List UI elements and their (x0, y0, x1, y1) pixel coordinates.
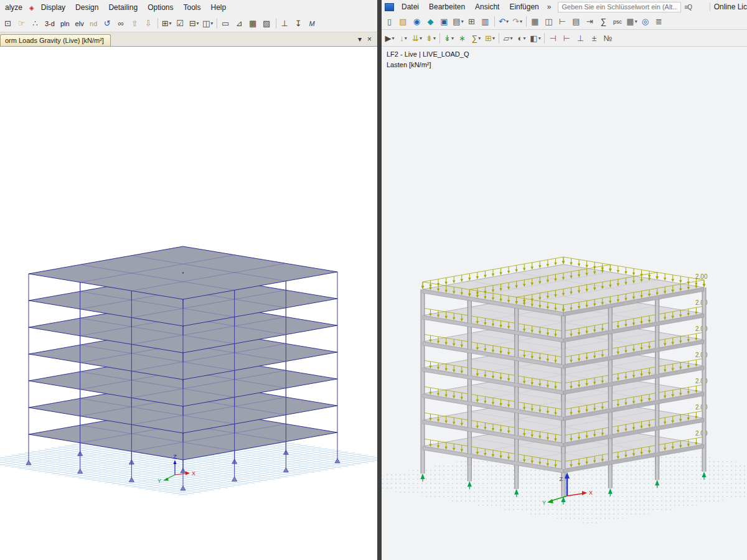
nodal-load-icon[interactable]: ↓▾ (397, 31, 410, 45)
surface-load-icon[interactable]: ⇟▾ (424, 31, 438, 45)
icon-glyph: ◐ (518, 34, 523, 43)
icon-glyph: ∞ (118, 19, 124, 28)
ruler-icon[interactable]: ⊢ (556, 15, 570, 29)
assign-support-icon[interactable]: ⊥ (278, 17, 292, 30)
menu-options[interactable]: Options (143, 1, 178, 14)
draw-rect-icon[interactable]: ▭ (219, 17, 233, 30)
dropdown-caret-icon: ▾ (169, 21, 172, 26)
icon-glyph: ↡ (444, 34, 451, 43)
plus-minus-icon[interactable]: ± (588, 31, 601, 45)
object-display-icon[interactable]: ⊟▾ (187, 17, 201, 30)
dropdown-caret-icon: ▾ (405, 35, 407, 41)
snap-draw-icon[interactable]: ∴ (29, 17, 42, 30)
etabs-model-canvas[interactable]: ZXY (0, 47, 377, 560)
move-down-list-icon[interactable]: ⇩ (142, 17, 156, 30)
save-model-icon[interactable]: ▣ (438, 15, 451, 29)
svg-text:Z: Z (560, 476, 563, 482)
assign-load-icon[interactable]: ↧ (292, 17, 306, 30)
rendered-building-model: 2.002.002.002.002.002.002.00ZXY (382, 47, 747, 560)
menu-analyze[interactable]: alyze (0, 1, 27, 14)
print-graphic-icon[interactable]: ▤▾ (451, 15, 465, 29)
menu-einfuegen[interactable]: Einfügen (504, 0, 543, 14)
annotation-icon[interactable]: ⊥ (574, 31, 588, 45)
view-elevation-button[interactable]: elv (73, 17, 87, 30)
window-divider[interactable] (377, 0, 382, 560)
online-license-label[interactable]: Online Lic (714, 2, 747, 11)
report-icon[interactable]: ▤ (570, 15, 583, 29)
view-plan-button[interactable]: pln (58, 17, 73, 30)
new-load-case-icon[interactable]: ⊞▾ (483, 31, 497, 45)
guide-line-icon[interactable]: ▱▾ (501, 31, 515, 45)
icon-glyph: ⊞ (485, 34, 492, 43)
dimension-left-icon[interactable]: ⊣ (547, 31, 560, 45)
etabs-tabbar: orm Loads Gravity (Live) [kN/m²] ▾ × (0, 32, 377, 47)
tab-close-icon[interactable]: × (367, 35, 372, 44)
menu-tools[interactable]: Tools (179, 1, 206, 14)
menu-bearbeiten[interactable]: Bearbeiten (424, 0, 470, 14)
table-columns-icon[interactable]: ◫ (542, 15, 556, 29)
icon-glyph: ▭ (222, 19, 229, 28)
rotate-view-icon[interactable]: ↺ (101, 17, 115, 30)
menu-design[interactable]: Design (70, 1, 103, 14)
copy-object-icon[interactable]: ⊞ (465, 15, 479, 29)
tab-list-dropdown-icon[interactable]: ▾ (358, 35, 362, 44)
generated-load-icon[interactable]: ↡▾ (442, 31, 456, 45)
clipboard-icon[interactable]: ▥ (479, 15, 492, 29)
icon-glyph: pln (60, 20, 70, 27)
wireframe-building-model: ZXY (0, 47, 377, 560)
menu-datei[interactable]: Datei (397, 0, 424, 14)
toolbar-separator (276, 18, 276, 29)
menu-ansicht[interactable]: Ansicht (470, 0, 504, 14)
menu-display[interactable]: Display (36, 1, 70, 14)
calculation-icon[interactable]: ∑ (597, 15, 611, 29)
move-up-list-icon[interactable]: ⇧ (128, 17, 142, 30)
dropdown-caret-icon: ▾ (210, 21, 213, 26)
imperfection-icon[interactable]: ∗ (456, 31, 469, 45)
dropdown-caret-icon: ▾ (492, 35, 495, 41)
moment-display-icon[interactable]: M (306, 17, 319, 30)
zoom-window-icon[interactable]: ⊡ (1, 17, 15, 30)
goto-table-icon[interactable]: ⇥ (583, 15, 597, 29)
undo-icon[interactable]: ↶▾ (497, 15, 510, 29)
open-model-icon[interactable]: ▨ (397, 15, 410, 29)
dimension-right-icon[interactable]: ⊢ (560, 31, 574, 45)
draw-angle-icon[interactable]: ⊿ (233, 17, 247, 30)
keyword-options-icon[interactable]: ≡Q (681, 4, 695, 11)
rfem-window: Datei Bearbeiten Ansicht Einfügen » ≡Q O… (382, 0, 747, 560)
select-pointer-icon[interactable]: ▶▾ (383, 31, 397, 45)
grid-options-icon[interactable]: ⊞▾ (160, 17, 174, 30)
psc-icon[interactable]: psc (611, 15, 625, 29)
numbering-icon[interactable]: № (601, 31, 615, 45)
new-table-icon[interactable]: ▦▾ (625, 15, 639, 29)
keyword-search-input[interactable] (558, 2, 681, 12)
etabs-toolbar: ⊡ ☞ ∴ 3-d pln elv nd ↺ ∞ ⇧ ⇩ (0, 15, 377, 32)
draw-wall-icon[interactable]: ▨ (260, 17, 274, 30)
render-view-icon[interactable]: ◆ (424, 15, 438, 29)
view-named-button[interactable]: nd (87, 17, 101, 30)
view-cube-icon[interactable]: ◫▾ (201, 17, 215, 30)
snap-target-icon[interactable]: ◎ (639, 15, 652, 29)
pan-hand-icon[interactable]: ☞ (15, 17, 29, 30)
draw-floor-icon[interactable]: ▦ (247, 17, 260, 30)
load-combination-icon[interactable]: ∑▾ (469, 31, 483, 45)
model-view-tab[interactable]: orm Loads Gravity (Live) [kN/m²] (0, 34, 111, 46)
dlubal-data-icon[interactable]: ◉ (410, 15, 424, 29)
dropdown-caret-icon: ▾ (392, 35, 394, 41)
menu-help[interactable]: Help (206, 1, 232, 14)
icon-glyph: ⇟ (426, 34, 433, 43)
visibility-mode-icon[interactable]: ◐▾ (515, 31, 529, 45)
new-model-icon[interactable]: ▯ (383, 15, 397, 29)
view-3d-button[interactable]: 3-d (42, 17, 58, 30)
icon-glyph: ◎ (642, 17, 649, 26)
menu-detailing[interactable]: Detailing (103, 1, 143, 14)
rfem-model-canvas[interactable]: LF2 - Live | LIVE_LOAD_Q Lasten [kN/m²] … (382, 47, 747, 560)
list-view-icon[interactable]: ≣ (652, 15, 666, 29)
member-load-icon[interactable]: ⇊▾ (410, 31, 424, 45)
clipping-plane-icon[interactable]: ◧▾ (529, 31, 542, 45)
perspective-toggle-icon[interactable]: ∞ (115, 17, 128, 30)
dropdown-caret-icon: ▾ (461, 19, 464, 24)
display-options-icon[interactable]: ☑ (174, 17, 187, 30)
redo-icon[interactable]: ↷▾ (510, 15, 524, 29)
menu-overflow[interactable]: » (544, 0, 555, 14)
table-view-icon[interactable]: ▦ (529, 15, 542, 29)
